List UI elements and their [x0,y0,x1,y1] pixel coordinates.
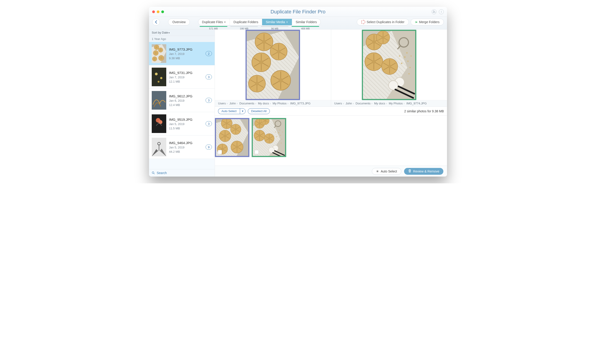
info-icon[interactable]: i [439,9,444,14]
file-size: 12.1 MB [169,80,203,83]
list-item[interactable]: IMG_9731.JPGJan 7, 201912.1 MB3 [149,65,215,89]
chevron-down-icon: ▼ [224,21,226,23]
wand-icon: ✳ [376,169,379,173]
select-checkbox[interactable] [218,150,222,154]
tab-duplicate-folders[interactable]: Duplicate Folders [230,19,262,25]
duplicate-count-badge: 3 [206,98,212,103]
list-item[interactable]: IMG_9519.JPGJan 5, 201911.5 MB3 [149,112,215,136]
list-item[interactable]: IMG_9464.JPGJan 5, 201944.2 MB9 [149,136,215,159]
tab-duplicate-files[interactable]: Duplicate Files▼ [198,19,230,25]
preview-cell: Users› John› Documents› My docs› My Phot… [331,29,447,106]
category-segmented: Duplicate Files▼Duplicate FoldersSimilar… [198,19,321,30]
file-name: IMG_9731.JPG [169,71,203,75]
minimize-window-button[interactable] [157,10,159,13]
similar-thumbnail[interactable] [252,118,286,157]
duplicate-count-badge: 2 [206,51,212,56]
thumbnail [152,138,166,156]
toolbar: Overview Duplicate Files▼Duplicate Folde… [149,17,447,29]
similar-thumbnail[interactable] [215,118,249,157]
select-checkbox[interactable] [255,150,259,154]
breadcrumb: Users› John› Documents› My docs› My Phot… [215,100,331,106]
thumbnail [152,91,166,109]
preview-image[interactable] [362,30,416,100]
rss-icon[interactable] [432,9,437,14]
file-date: Jan 5, 2019 [169,146,203,149]
merge-folders-button[interactable]: ➣ Merge Folders [411,19,444,25]
file-name: IMG_9519.JPG [169,117,203,121]
sidebar: Sort by Date▾ 1 Year Ago IMG_9773.JPGJan… [149,29,215,176]
auto-select-dropdown[interactable]: ▾ [240,108,246,114]
breadcrumb: Users› John› Documents› My docs› My Phot… [331,100,447,106]
file-name: IMG_9773.JPG [169,47,203,51]
merge-icon: ➣ [415,20,418,24]
auto-select-split: Auto Select ▾ [218,108,246,114]
file-name: IMG_9464.JPG [169,141,203,145]
duplicate-count-badge: 3 [206,121,212,126]
app-window: Duplicate File Finder Pro i Overview Dup… [149,7,447,176]
file-date: Jan 7, 2019 [169,76,203,79]
sort-dropdown[interactable]: Sort by Date▾ [149,29,215,36]
file-size: 11.5 MB [169,127,203,130]
list-item[interactable]: IMG_9612.JPGJan 6, 201912.4 MB3 [149,89,215,112]
auto-select-button[interactable]: Auto Select [218,108,240,114]
thumbnails-row [215,116,447,166]
tab-similar-media[interactable]: Similar Media▼ [262,19,292,25]
duplicate-count-badge: 3 [206,74,212,80]
trash-icon [408,169,411,173]
chevron-down-icon: ▼ [286,21,288,23]
target-icon [361,20,365,24]
file-size: 9.38 MB [169,57,203,60]
file-name: IMG_9612.JPG [169,94,203,98]
file-date: Jan 5, 2019 [169,122,203,126]
search-icon [152,171,155,175]
back-button[interactable] [152,19,160,25]
svg-point-36 [152,172,154,174]
main-panel: Users› John› Documents› My docs› My Phot… [215,29,447,176]
deselect-all-button[interactable]: Deselect All [248,108,270,114]
overview-button[interactable]: Overview [168,19,190,25]
section-header: 1 Year Ago [149,36,215,42]
preview-image[interactable] [246,30,300,100]
titlebar: Duplicate File Finder Pro i [149,7,447,17]
select-duplicates-button[interactable]: Select Duplicates in Folder [357,19,409,25]
thumbnail [152,114,166,133]
footer: ✳ Auto Select Review & Remove [215,166,447,176]
search-input[interactable]: Search [149,169,215,176]
preview-row: Users› John› Documents› My docs› My Phot… [215,29,447,107]
file-date: Jan 6, 2019 [169,99,203,102]
review-remove-button[interactable]: Review & Remove [404,168,443,175]
thumbnail [152,68,166,86]
similar-count-status: 2 similar photos for 9.38 MB [404,109,444,113]
traffic-lights [152,10,164,13]
zoom-window-button[interactable] [161,10,164,13]
file-date: Jan 7, 2019 [169,52,203,56]
file-size: 44.2 MB [169,150,203,153]
list-item[interactable]: IMG_9773.JPGJan 7, 20199.38 MB2 [149,42,215,65]
footer-auto-select-button[interactable]: ✳ Auto Select [372,168,401,175]
file-list: IMG_9773.JPGJan 7, 20199.38 MB2IMG_9731.… [149,42,215,169]
preview-cell: Users› John› Documents› My docs› My Phot… [215,29,331,106]
file-size: 12.4 MB [169,103,203,107]
action-row: Auto Select ▾ Deselect All 2 similar pho… [215,107,447,116]
duplicate-count-badge: 9 [206,145,212,150]
window-title: Duplicate File Finder Pro [149,9,447,15]
thumbnail [152,44,166,63]
close-window-button[interactable] [152,10,155,13]
svg-line-37 [154,173,155,174]
tab-similar-folders[interactable]: Similar Folders [292,19,320,25]
